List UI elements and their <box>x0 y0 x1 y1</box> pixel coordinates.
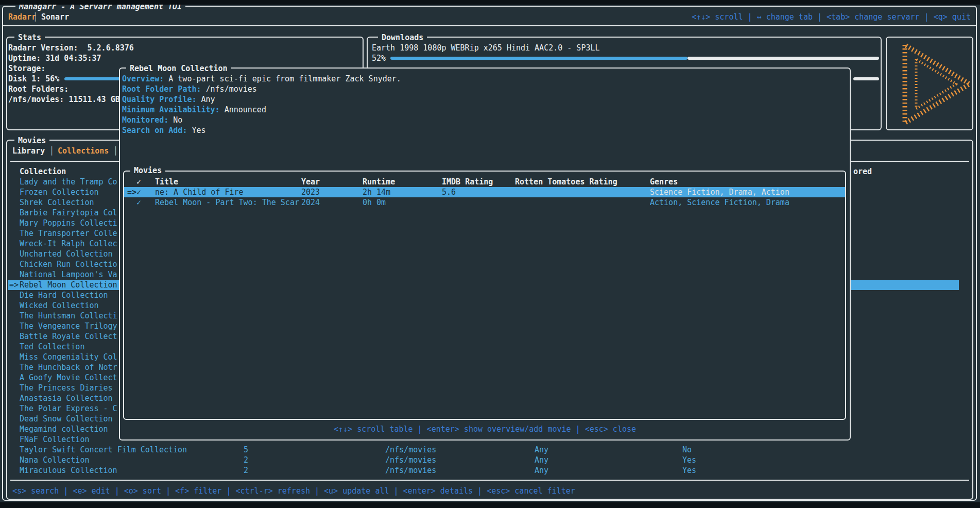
column-header-imdb: IMDB Rating <box>442 177 493 187</box>
movie-runtime: 2h 14m <box>363 187 390 197</box>
field-label: Overview: <box>122 74 164 83</box>
bottom-terminal-strip <box>0 502 980 508</box>
movie-imdb-rating: 5.6 <box>442 187 456 197</box>
modal-field-root-folder: Root Folder Path:/nfs/movies <box>122 84 257 94</box>
movie-genres: Science Fiction, Drama, Action <box>650 187 789 197</box>
column-header-runtime: Runtime <box>363 177 395 187</box>
field-label: Minimum Availability: <box>122 105 220 114</box>
column-header-rotten-tomatoes: Rotten Tomatoes Rating <box>515 177 617 187</box>
field-label: Search on Add: <box>122 126 187 135</box>
field-value: Any <box>197 95 215 104</box>
movie-row-selected-title[interactable]: ne: A Child of Fire <box>155 187 244 197</box>
global-shortcuts: <↑↓> scroll | ↔ change tab | <tab> chang… <box>692 12 971 22</box>
column-header-year: Year <box>301 177 320 187</box>
modal-field-quality-profile: Quality Profile:Any <box>122 94 215 105</box>
modal-title: Rebel Moon Collection <box>126 63 231 74</box>
field-value: Yes <box>187 126 205 135</box>
selection-arrow: => <box>9 280 19 290</box>
selected-collection-item[interactable]: Rebel Moon Collection <box>20 280 117 290</box>
top-terminal-strip <box>0 0 980 5</box>
movies-subpanel <box>123 171 846 420</box>
field-value: No <box>168 115 182 125</box>
tab-sonarr[interactable]: Sonarr <box>41 12 69 22</box>
column-header-title: Title <box>155 177 178 187</box>
movie-monitored-check: ✓ <box>136 187 141 197</box>
modal-shortcuts: <↑↓> scroll table | <enter> show overvie… <box>120 424 850 434</box>
movie-monitored-check: ✓ <box>136 197 141 208</box>
modal-field-search-on-add: Search on Add:Yes <box>122 125 206 136</box>
field-label: Quality Profile: <box>122 95 197 104</box>
topbar-separator <box>3 25 976 26</box>
modal-field-min-availability: Minimum Availability:Announced <box>122 105 266 115</box>
field-label: Root Folder Path: <box>122 84 201 94</box>
field-value: /nfs/movies <box>201 84 257 94</box>
movie-year: 2023 <box>301 187 320 197</box>
field-label: Monitored: <box>122 115 168 125</box>
field-value: Announced <box>220 105 266 114</box>
movies-panel-title: Movies <box>14 136 49 146</box>
downloads-title: Downloads <box>378 32 427 43</box>
movies-subpanel-title: Movies <box>130 165 165 176</box>
tab-divider: │ <box>33 12 38 22</box>
column-header-genres: Genres <box>650 177 678 187</box>
stats-title: Stats <box>14 32 45 43</box>
movie-selection-arrow: => <box>127 187 136 197</box>
modal-field-overview: Overview:A two-part sci-fi epic from fil… <box>122 74 401 84</box>
column-header-check: ✓ <box>136 177 141 187</box>
tab-radarr[interactable]: Radarr <box>8 12 36 22</box>
modal-field-monitored: Monitored:No <box>122 115 182 125</box>
movie-row-title[interactable]: Rebel Moon - Part Two: The Scar <box>155 197 299 208</box>
movie-genres: Action, Science Fiction, Drama <box>650 197 789 208</box>
movie-runtime: 0h 0m <box>363 197 386 208</box>
movie-year: 2024 <box>301 197 320 208</box>
field-value: A two-part sci-fi epic from filmmaker Za… <box>164 74 401 83</box>
